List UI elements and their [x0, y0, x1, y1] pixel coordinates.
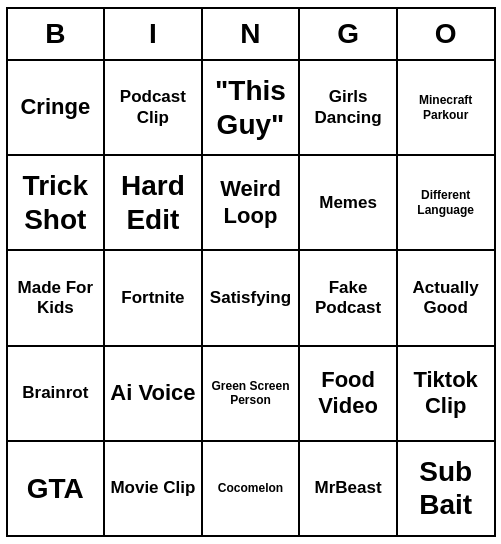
header-cell-B: B — [8, 9, 106, 59]
header-cell-G: G — [300, 9, 398, 59]
cell-2-1: Fortnite — [105, 251, 203, 344]
cell-1-3: Memes — [300, 156, 398, 249]
cell-1-4: Different Language — [398, 156, 494, 249]
cell-4-4: Sub Bait — [398, 442, 494, 535]
cell-4-0: GTA — [8, 442, 106, 535]
cell-1-1: Hard Edit — [105, 156, 203, 249]
cell-0-1: Podcast Clip — [105, 61, 203, 154]
cell-2-2: Satisfying — [203, 251, 301, 344]
cell-4-1: Movie Clip — [105, 442, 203, 535]
cell-2-3: Fake Podcast — [300, 251, 398, 344]
header-cell-N: N — [203, 9, 301, 59]
cell-4-3: MrBeast — [300, 442, 398, 535]
bingo-header: BINGO — [8, 9, 494, 61]
grid-row-1: Trick ShotHard EditWeird LoopMemesDiffer… — [8, 156, 494, 251]
grid-row-4: GTAMovie ClipCocomelonMrBeastSub Bait — [8, 442, 494, 535]
cell-2-0: Made For Kids — [8, 251, 106, 344]
cell-3-2: Green Screen Person — [203, 347, 301, 440]
bingo-card: BINGO CringePodcast Clip"This Guy"Girls … — [6, 7, 496, 537]
cell-3-4: Tiktok Clip — [398, 347, 494, 440]
grid-row-0: CringePodcast Clip"This Guy"Girls Dancin… — [8, 61, 494, 156]
header-cell-O: O — [398, 9, 494, 59]
header-cell-I: I — [105, 9, 203, 59]
cell-3-1: Ai Voice — [105, 347, 203, 440]
bingo-grid: CringePodcast Clip"This Guy"Girls Dancin… — [8, 61, 494, 535]
cell-0-4: Minecraft Parkour — [398, 61, 494, 154]
cell-3-0: Brainrot — [8, 347, 106, 440]
cell-1-0: Trick Shot — [8, 156, 106, 249]
cell-1-2: Weird Loop — [203, 156, 301, 249]
cell-4-2: Cocomelon — [203, 442, 301, 535]
grid-row-2: Made For KidsFortniteSatisfyingFake Podc… — [8, 251, 494, 346]
cell-0-3: Girls Dancing — [300, 61, 398, 154]
cell-3-3: Food Video — [300, 347, 398, 440]
grid-row-3: BrainrotAi VoiceGreen Screen PersonFood … — [8, 347, 494, 442]
cell-2-4: Actually Good — [398, 251, 494, 344]
cell-0-2: "This Guy" — [203, 61, 301, 154]
cell-0-0: Cringe — [8, 61, 106, 154]
